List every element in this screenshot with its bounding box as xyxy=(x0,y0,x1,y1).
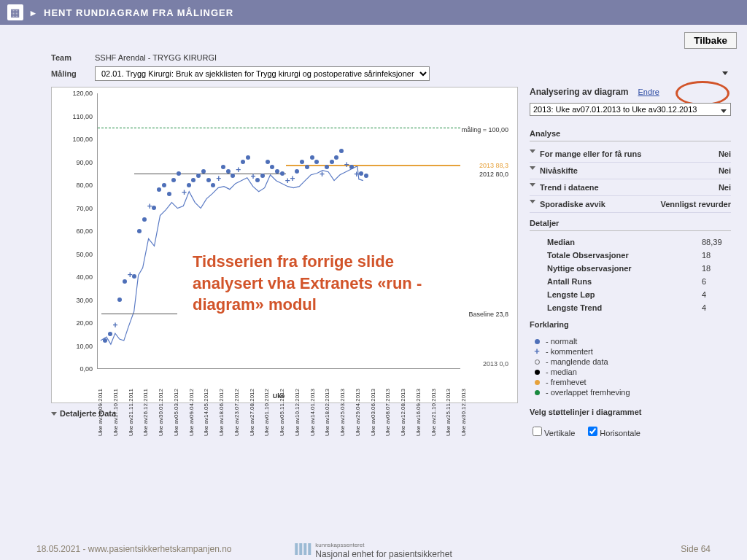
data-point-commented: + xyxy=(354,169,358,174)
x-tick: Uke av14.01.2013 xyxy=(309,389,316,436)
change-link[interactable]: Endre xyxy=(638,88,659,96)
measurement-select[interactable]: 02.01. Trygg Kirurgi: Bruk av sjekkliste… xyxy=(95,66,430,81)
data-point xyxy=(330,160,334,164)
analysis-row[interactable]: For mange eller for få runsNei xyxy=(530,146,731,163)
x-tick: Uke av05.11.2012 xyxy=(279,389,285,436)
detail-row: Nyttige observasjoner18 xyxy=(530,262,731,275)
legend-item: - fremhevet xyxy=(533,377,731,387)
x-tick: Uke av14.05.2012 xyxy=(203,389,209,436)
data-point-commented: + xyxy=(290,174,295,178)
x-tick: Uke av05.03.2012 xyxy=(173,389,179,436)
x-tick: Uke av16.09.2013 xyxy=(415,389,422,436)
x-tick: Uke av27.08.2012 xyxy=(249,389,255,436)
analyse-subhead: Analyse xyxy=(530,129,731,141)
detail-row: Lengste Løp4 xyxy=(530,288,731,301)
legend-symbol: + xyxy=(533,348,541,355)
footer-logo: kunnskapssenteret Nasjonal enhet for pas… xyxy=(295,539,452,559)
legend-symbol xyxy=(533,380,541,385)
legend-item: - overlappet fremheving xyxy=(533,387,731,397)
data-point xyxy=(167,192,171,196)
legend-symbol xyxy=(533,390,541,395)
data-point xyxy=(339,149,344,153)
y-tick: 60,00 xyxy=(63,228,93,235)
data-point xyxy=(171,178,176,182)
data-point xyxy=(325,165,329,169)
x-tick: Uke av21.11.2011 xyxy=(128,389,134,436)
data-point-commented: + xyxy=(216,174,220,178)
data-point xyxy=(162,183,166,187)
x-tick: Uke av01.10.2012 xyxy=(263,389,270,436)
data-point xyxy=(187,183,191,187)
back-button[interactable]: Tilbake xyxy=(684,32,737,49)
x-tick: Uke av18.02.2013 xyxy=(324,389,330,436)
data-point xyxy=(280,171,285,176)
data-point-commented: + xyxy=(128,270,132,274)
data-point xyxy=(123,279,127,284)
data-point xyxy=(226,169,231,174)
legend-item: - manglende data xyxy=(533,357,731,367)
y-tick: 90,00 xyxy=(63,159,93,166)
chevron-down-icon xyxy=(530,200,535,203)
legend-subhead: Forklaring xyxy=(530,320,731,332)
data-point xyxy=(191,178,196,182)
x-tick: Uke av25.11.2013 xyxy=(445,389,452,436)
y-tick: 80,00 xyxy=(63,182,93,189)
analysis-heading: Analysering av diagram xyxy=(530,87,628,97)
data-point-commented: + xyxy=(344,160,349,164)
legend-item: - median xyxy=(533,367,731,377)
period-select[interactable]: 2013: Uke av07.01.2013 to Uke av30.12.20… xyxy=(530,103,731,116)
analysis-row[interactable]: Sporadiske avvikVennligst revurder xyxy=(530,196,731,213)
analysis-row[interactable]: Trend i dataeneNei xyxy=(530,179,731,196)
data-point xyxy=(246,155,250,160)
app-icon: ▦ xyxy=(7,4,23,20)
data-point xyxy=(310,155,314,160)
data-point xyxy=(300,160,304,164)
data-point xyxy=(364,174,368,178)
measurement-label: Måling xyxy=(51,69,95,78)
data-point xyxy=(103,338,107,343)
x-tick: Uke av03.06.2013 xyxy=(370,389,376,436)
x-tick: Uke av12.09.2011 xyxy=(97,389,104,436)
y-tick: 70,00 xyxy=(63,205,93,212)
data-point xyxy=(295,169,299,174)
team-value: SSHF Arendal - TRYGG KIRURGI xyxy=(95,53,217,62)
details-subhead: Detaljer xyxy=(530,219,731,231)
legend-item: - normalt xyxy=(533,336,731,346)
x-tick: Uke av26.12.2011 xyxy=(142,389,149,436)
x-tick: Uke av12.08.2013 xyxy=(400,389,406,436)
chevron-down-icon xyxy=(530,166,535,170)
data-point xyxy=(359,171,363,176)
footer-right: Side 64 xyxy=(681,544,711,554)
analysis-row[interactable]: NivåskifteNei xyxy=(530,163,731,179)
page-title: HENT RUNDIAGRAM FRA MÅLINGER xyxy=(44,7,233,18)
data-point xyxy=(201,169,206,174)
legend-symbol xyxy=(533,370,541,375)
x-tick: Uke av29.04.2013 xyxy=(355,389,361,436)
x-tick: Uke av30.12.2013 xyxy=(460,389,467,436)
data-point xyxy=(255,178,260,182)
legend-symbol xyxy=(533,339,541,344)
data-point xyxy=(211,183,215,187)
data-point xyxy=(157,187,161,192)
horizontal-checkbox[interactable]: Horisontale xyxy=(588,427,640,438)
data-point xyxy=(305,165,309,169)
data-point xyxy=(196,174,201,178)
data-point xyxy=(349,165,354,169)
x-tick: Uke av17.10.2011 xyxy=(112,389,119,436)
footer-left: 18.05.2021 - www.pasientsikkerhetskampan… xyxy=(36,544,232,554)
y-tick: 40,00 xyxy=(63,273,93,281)
chevron-down-icon xyxy=(51,412,57,416)
data-point xyxy=(108,332,112,336)
data-point xyxy=(241,160,245,164)
data-point xyxy=(137,229,142,233)
vertical-checkbox[interactable]: Vertikale xyxy=(533,427,575,438)
chart-panel: % operasjoner der hele sjekkliste er ben… xyxy=(51,87,518,403)
data-point-commented: + xyxy=(250,171,255,176)
detail-row: Lengste Trend4 xyxy=(530,301,731,314)
team-label: Team xyxy=(51,53,95,62)
data-point-commented: + xyxy=(285,176,290,180)
data-point xyxy=(206,178,211,182)
y-tick: 30,00 xyxy=(63,297,93,304)
chevron-down-icon xyxy=(530,149,535,153)
data-point xyxy=(314,160,319,164)
